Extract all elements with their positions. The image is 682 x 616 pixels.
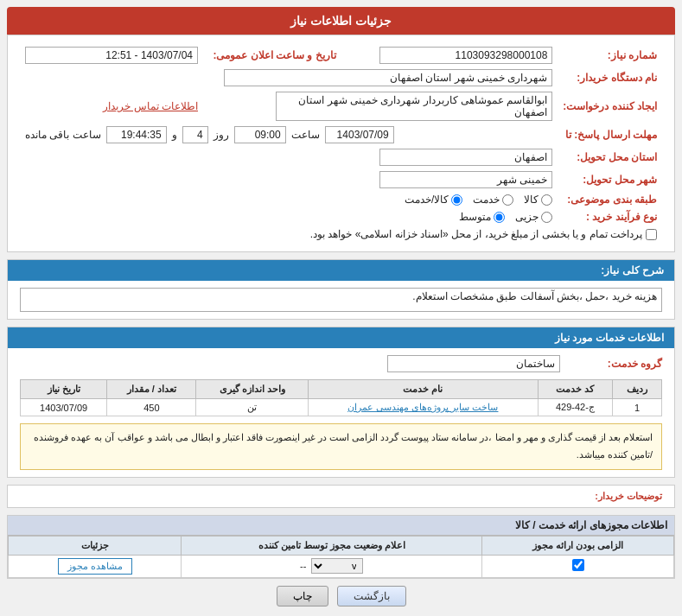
tabagheh-radio-group: کالا خدمت کالا/خدمت bbox=[25, 194, 552, 206]
mohlat-saat: 19:44:35 bbox=[106, 126, 167, 143]
cell-detail: مشاهده مجوز bbox=[9, 555, 182, 577]
radio-khadamat-input[interactable] bbox=[502, 194, 513, 206]
info-row-5: استان محل تحویل: اصفهان bbox=[20, 146, 662, 168]
radio-kala-khadamat: کالا/خدمت bbox=[405, 194, 462, 206]
info-table: شماره نیاز: 1103093298000108 تاریخ و ساع… bbox=[20, 44, 662, 243]
radio-khadamat: خدمت bbox=[473, 194, 513, 206]
shahr-value: خمینی شهر bbox=[379, 171, 552, 188]
main-info-card: شماره نیاز: 1103093298000108 تاریخ و ساع… bbox=[7, 35, 675, 252]
mohlat-row: 1403/07/09 ساعت 09:00 روز 4 و 19:44:35 س… bbox=[25, 126, 552, 143]
back-button[interactable]: بازگشت bbox=[337, 586, 406, 606]
radio-motovaset-input[interactable] bbox=[494, 212, 505, 223]
vaziat-select[interactable]: v bbox=[311, 558, 363, 574]
shomareNiaz-value: 1103093298000108 bbox=[379, 47, 552, 64]
notice-text: استعلام بعد از قیمت گذاری و مهر و امضا ،… bbox=[34, 432, 653, 460]
info-row-6: شهر محل تحویل: خمینی شهر bbox=[20, 168, 662, 191]
mohlat-time: 09:00 bbox=[234, 126, 286, 143]
sharh-text: هزینه خرید ،حمل ،بخش آسفالت طبق مشخصات ا… bbox=[20, 288, 662, 312]
offers-section: اطلاعات مجوزهای ارائه خدمت / کالا الزامی… bbox=[7, 515, 675, 579]
khadamat-header: اطلاعات خدمات مورد نیاز bbox=[8, 327, 674, 348]
cell-radif: 1 bbox=[612, 399, 661, 416]
saat-mande-label: و bbox=[172, 129, 177, 141]
mohlat-roz: 4 bbox=[182, 126, 208, 143]
col-vaziat: اعلام وضعیت مجوز توسط تامین کننده bbox=[182, 536, 482, 555]
radio-kala-input[interactable] bbox=[541, 194, 552, 206]
page-title: جزئیات اطلاعات نیاز bbox=[290, 14, 392, 28]
ettelaat-tamas-link[interactable]: اطلاعات تماس خریدار bbox=[103, 100, 198, 112]
table-row: 1 ج-42-429 ساخت سایر پروژه‌های مهندسی عم… bbox=[21, 399, 662, 416]
sharh-section: شرح کلی نیاز: هزینه خرید ،حمل ،بخش آسفال… bbox=[7, 259, 675, 320]
col-elzami: الزامی بودن ارائه مجوز bbox=[482, 536, 674, 555]
ijadkonande-value: ابوالقاسم عموشاهی کاربردار شهرداری خمینی… bbox=[276, 92, 552, 121]
payment-checkbox[interactable] bbox=[646, 229, 657, 240]
notice-box: استعلام بعد از قیمت گذاری و مهر و امضا ،… bbox=[20, 423, 662, 470]
noefarayand-radio-group: جزیی متوسط bbox=[25, 211, 552, 223]
col-name: نام خدمت bbox=[308, 380, 538, 399]
bottom-buttons: بازگشت چاپ bbox=[7, 586, 675, 606]
khadamat-table-header-row: ردیف کد خدمت نام خدمت واحد اندازه گیری ت… bbox=[21, 380, 662, 399]
mohlat-date: 1403/07/09 bbox=[325, 126, 394, 143]
info-row-8: نوع فرآیند خرید : جزیی متوسط bbox=[20, 208, 662, 225]
radio-kala: کالا bbox=[524, 194, 552, 206]
grohe-khadamat-label: گروه خدمت: bbox=[567, 358, 662, 370]
offers-table-row: v -- مشاهده مجوز bbox=[9, 555, 674, 577]
shomareNiaz-label: شماره نیاز: bbox=[558, 44, 662, 67]
sharh-body: هزینه خرید ،حمل ،بخش آسفالت طبق مشخصات ا… bbox=[8, 281, 674, 319]
namdastgah-value: شهرداری خمینی شهر استان اصفهان bbox=[224, 69, 552, 86]
khadamat-table: ردیف کد خدمت نام خدمت واحد اندازه گیری ت… bbox=[20, 379, 662, 416]
page-wrapper: جزئیات اطلاعات نیاز شماره نیاز: 11030932… bbox=[0, 0, 682, 613]
ostan-value: اصفهان bbox=[379, 149, 552, 166]
khadamat-section: اطلاعات خدمات مورد نیاز گروه خدمت: ساختم… bbox=[7, 327, 675, 478]
tabagheh-label: طبقه بندی موضوعی: bbox=[558, 191, 662, 208]
offers-table-header: الزامی بودن ارائه مجوز اعلام وضعیت مجوز … bbox=[9, 536, 674, 555]
info-row-3: ایجاد کننده درخواست: ابوالقاسم عموشاهی ک… bbox=[20, 89, 662, 124]
radio-motovaset: متوسط bbox=[459, 211, 505, 223]
sharh-title: شرح کلی نیاز: bbox=[601, 264, 664, 276]
noefayrand-label: نوع فرآیند خرید : bbox=[558, 208, 662, 225]
cell-tarikh: 1403/07/09 bbox=[21, 399, 107, 416]
offers-body: الزامی بودن ارائه مجوز اعلام وضعیت مجوز … bbox=[8, 536, 674, 578]
namdastgah-label: نام دستگاه خریدار: bbox=[558, 67, 662, 89]
radio-jozi-input[interactable] bbox=[541, 212, 552, 223]
print-button[interactable]: چاپ bbox=[277, 586, 328, 606]
info-row-7: طبقه بندی موضوعی: کالا خدمت bbox=[20, 191, 662, 208]
roz-label: روز bbox=[214, 129, 229, 141]
radio-jozi-label: جزیی bbox=[515, 211, 539, 223]
radio-motovaset-label: متوسط bbox=[459, 211, 491, 223]
cell-vahed: تن bbox=[196, 399, 309, 416]
info-row-2: نام دستگاه خریدار: شهرداری خمینی شهر است… bbox=[20, 67, 662, 89]
ijadkonande-label: ایجاد کننده درخواست: bbox=[558, 89, 662, 124]
payment-text: پرداخت تمام و یا بخشی از مبلغ خرید، از م… bbox=[310, 228, 642, 240]
radio-kala-label: کالا bbox=[524, 194, 539, 206]
view-mojaz-button[interactable]: مشاهده مجوز bbox=[58, 558, 132, 575]
radio-kala-khadamat-input[interactable] bbox=[451, 194, 462, 206]
col-detail: جزئیات bbox=[9, 536, 182, 555]
radio-kala-khadamat-label: کالا/خدمت bbox=[405, 194, 449, 206]
page-header: جزئیات اطلاعات نیاز bbox=[7, 7, 675, 35]
cell-name[interactable]: ساخت سایر پروژه‌های مهندسی عمران bbox=[308, 399, 538, 416]
col-vahed: واحد اندازه گیری bbox=[196, 380, 309, 399]
cell-elzami bbox=[482, 555, 674, 577]
khadamat-body: گروه خدمت: ساختمان ردیف کد خدمت نام خدمت… bbox=[8, 348, 674, 477]
baqi-mande-label: ساعت باقی مانده bbox=[25, 129, 101, 141]
cell-tedad: 450 bbox=[107, 399, 196, 416]
shahr-label: شهر محل تحویل: bbox=[558, 168, 662, 191]
offers-header: اطلاعات مجوزهای ارائه خدمت / کالا bbox=[8, 516, 674, 536]
col-tarikh: تاریخ نیاز bbox=[21, 380, 107, 399]
tarikh-saat-label: تاریخ و ساعت اعلان عمومی: bbox=[203, 44, 341, 67]
ostan-label: استان محل تحویل: bbox=[558, 146, 662, 168]
saat-label: ساعت bbox=[291, 129, 320, 141]
offers-table: الزامی بودن ارائه مجوز اعلام وضعیت مجوز … bbox=[8, 536, 674, 578]
elzami-checkbox[interactable] bbox=[572, 559, 584, 571]
radio-jozi: جزیی bbox=[515, 211, 552, 223]
mohlat-label: مهلت ارسال پاسخ: تا bbox=[558, 124, 662, 146]
tozohat-row: توضیحات خریدار: bbox=[7, 485, 675, 508]
col-kod: کد خدمت bbox=[538, 380, 612, 399]
sharh-header: شرح کلی نیاز: bbox=[8, 260, 674, 281]
khadamat-title: اطلاعات خدمات مورد نیاز bbox=[555, 332, 664, 344]
cell-kod: ج-42-429 bbox=[538, 399, 612, 416]
info-row-1: شماره نیاز: 1103093298000108 تاریخ و ساع… bbox=[20, 44, 662, 67]
info-row-4: مهلت ارسال پاسخ: تا 1403/07/09 ساعت 09:0… bbox=[20, 124, 662, 146]
col-tedad: تعداد / مقدار bbox=[107, 380, 196, 399]
grohe-khadamat-value: ساختمان bbox=[387, 355, 560, 372]
